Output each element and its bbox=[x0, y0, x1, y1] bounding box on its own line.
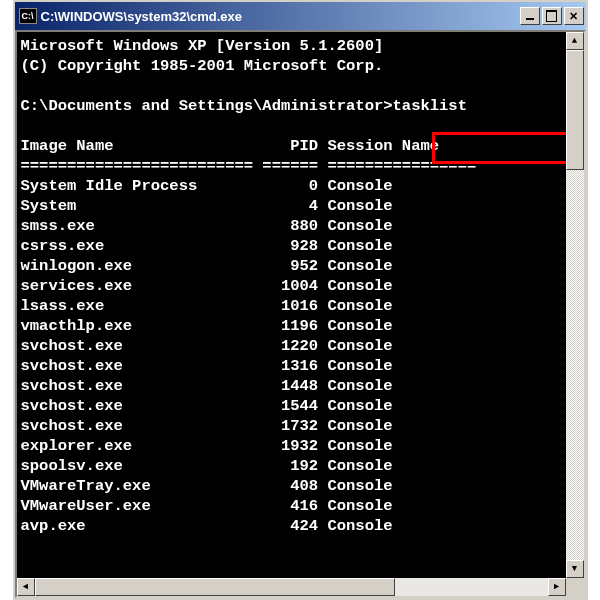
titlebar[interactable]: C:\ C:\WINDOWS\system32\cmd.exe bbox=[15, 2, 586, 30]
vscroll-thumb[interactable] bbox=[566, 50, 584, 170]
minimize-button[interactable] bbox=[520, 7, 540, 25]
cmd-icon-label: C:\ bbox=[22, 11, 34, 21]
hscroll-thumb[interactable] bbox=[35, 578, 395, 596]
scroll-up-button[interactable]: ▲ bbox=[566, 32, 584, 50]
window-title: C:\WINDOWS\system32\cmd.exe bbox=[41, 9, 520, 24]
horizontal-scrollbar[interactable]: ◄ ► bbox=[17, 578, 566, 596]
scroll-down-button[interactable]: ▼ bbox=[566, 560, 584, 578]
scroll-right-button[interactable]: ► bbox=[548, 578, 566, 596]
scroll-left-button[interactable]: ◄ bbox=[17, 578, 35, 596]
console-output[interactable]: Microsoft Windows XP [Version 5.1.2600] … bbox=[17, 32, 567, 578]
scrollbar-corner bbox=[566, 578, 584, 596]
vscroll-track[interactable] bbox=[566, 50, 584, 560]
hscroll-track[interactable] bbox=[35, 578, 548, 596]
content-area: Microsoft Windows XP [Version 5.1.2600] … bbox=[15, 30, 586, 598]
maximize-button[interactable] bbox=[542, 7, 562, 25]
cmd-window: C:\ C:\WINDOWS\system32\cmd.exe Microsof… bbox=[13, 0, 588, 600]
close-button[interactable] bbox=[564, 7, 584, 25]
cmd-icon: C:\ bbox=[19, 8, 37, 24]
vertical-scrollbar[interactable]: ▲ ▼ bbox=[566, 32, 584, 578]
window-controls bbox=[520, 7, 584, 25]
